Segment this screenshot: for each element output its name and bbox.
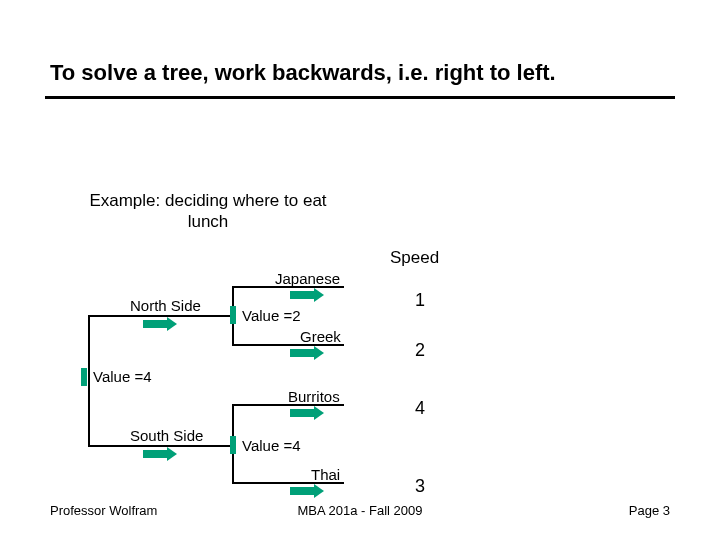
root-value-label: Value =4 [93,368,152,385]
arrow-icon [290,346,324,360]
node-marker [230,436,236,454]
arrow-icon [290,406,324,420]
arrow-icon [143,317,177,331]
slide: To solve a tree, work backwards, i.e. ri… [0,0,720,540]
column-header-speed: Speed [390,248,439,268]
branch-label-south: South Side [130,427,203,444]
arrow-icon [143,447,177,461]
title-underline [45,96,675,99]
root-marker [81,368,87,386]
footer-page: Page 3 [629,503,670,518]
example-caption: Example: deciding where to eat lunch [88,190,328,233]
leaf-value-thai: 3 [415,476,425,497]
leaf-value-greek: 2 [415,340,425,361]
leaf-label-burritos: Burritos [288,388,340,405]
leaf-label-thai: Thai [311,466,340,483]
leaf-value-burritos: 4 [415,398,425,419]
leaf-label-japanese: Japanese [275,270,340,287]
page-title: To solve a tree, work backwards, i.e. ri… [50,60,556,86]
branch-label-north: North Side [130,297,201,314]
node-marker [230,306,236,324]
arrow-icon [290,288,324,302]
arrow-icon [290,484,324,498]
leaf-label-greek: Greek [300,328,341,345]
footer-course: MBA 201a - Fall 2009 [0,503,720,518]
node-value-south: Value =4 [242,437,301,454]
connector [88,315,90,447]
node-value-north: Value =2 [242,307,301,324]
leaf-value-japanese: 1 [415,290,425,311]
